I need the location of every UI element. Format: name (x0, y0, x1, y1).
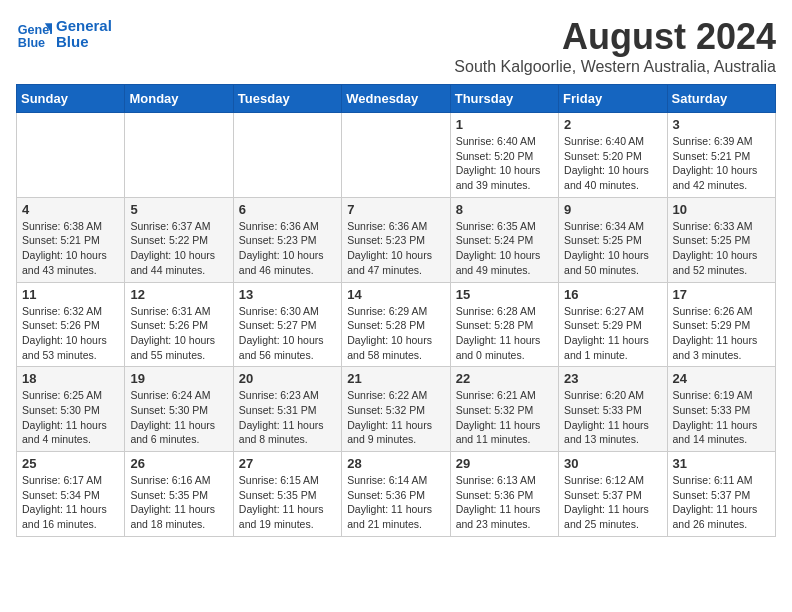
logo-text-line1: General (56, 18, 112, 35)
day-number: 7 (347, 202, 444, 217)
day-info: Sunrise: 6:12 AM Sunset: 5:37 PM Dayligh… (564, 473, 661, 532)
calendar-week-5: 25Sunrise: 6:17 AM Sunset: 5:34 PM Dayli… (17, 452, 776, 537)
calendar-week-2: 4Sunrise: 6:38 AM Sunset: 5:21 PM Daylig… (17, 197, 776, 282)
day-info: Sunrise: 6:20 AM Sunset: 5:33 PM Dayligh… (564, 388, 661, 447)
day-number: 5 (130, 202, 227, 217)
weekday-header-friday: Friday (559, 85, 667, 113)
day-info: Sunrise: 6:13 AM Sunset: 5:36 PM Dayligh… (456, 473, 553, 532)
calendar-cell (125, 113, 233, 198)
calendar-cell: 10Sunrise: 6:33 AM Sunset: 5:25 PM Dayli… (667, 197, 775, 282)
day-number: 6 (239, 202, 336, 217)
day-number: 15 (456, 287, 553, 302)
day-number: 17 (673, 287, 770, 302)
weekday-header-sunday: Sunday (17, 85, 125, 113)
day-number: 27 (239, 456, 336, 471)
calendar-cell: 17Sunrise: 6:26 AM Sunset: 5:29 PM Dayli… (667, 282, 775, 367)
calendar-week-3: 11Sunrise: 6:32 AM Sunset: 5:26 PM Dayli… (17, 282, 776, 367)
calendar-cell: 5Sunrise: 6:37 AM Sunset: 5:22 PM Daylig… (125, 197, 233, 282)
day-info: Sunrise: 6:34 AM Sunset: 5:25 PM Dayligh… (564, 219, 661, 278)
day-info: Sunrise: 6:22 AM Sunset: 5:32 PM Dayligh… (347, 388, 444, 447)
day-info: Sunrise: 6:17 AM Sunset: 5:34 PM Dayligh… (22, 473, 119, 532)
day-info: Sunrise: 6:26 AM Sunset: 5:29 PM Dayligh… (673, 304, 770, 363)
day-number: 10 (673, 202, 770, 217)
weekday-header-tuesday: Tuesday (233, 85, 341, 113)
day-number: 2 (564, 117, 661, 132)
day-number: 26 (130, 456, 227, 471)
calendar-cell: 24Sunrise: 6:19 AM Sunset: 5:33 PM Dayli… (667, 367, 775, 452)
calendar-table: SundayMondayTuesdayWednesdayThursdayFrid… (16, 84, 776, 537)
weekday-header-saturday: Saturday (667, 85, 775, 113)
day-number: 29 (456, 456, 553, 471)
day-number: 14 (347, 287, 444, 302)
day-info: Sunrise: 6:15 AM Sunset: 5:35 PM Dayligh… (239, 473, 336, 532)
calendar-cell: 4Sunrise: 6:38 AM Sunset: 5:21 PM Daylig… (17, 197, 125, 282)
calendar-cell: 27Sunrise: 6:15 AM Sunset: 5:35 PM Dayli… (233, 452, 341, 537)
calendar-cell: 8Sunrise: 6:35 AM Sunset: 5:24 PM Daylig… (450, 197, 558, 282)
day-info: Sunrise: 6:27 AM Sunset: 5:29 PM Dayligh… (564, 304, 661, 363)
calendar-cell: 14Sunrise: 6:29 AM Sunset: 5:28 PM Dayli… (342, 282, 450, 367)
day-number: 20 (239, 371, 336, 386)
day-info: Sunrise: 6:35 AM Sunset: 5:24 PM Dayligh… (456, 219, 553, 278)
day-info: Sunrise: 6:31 AM Sunset: 5:26 PM Dayligh… (130, 304, 227, 363)
weekday-header-monday: Monday (125, 85, 233, 113)
day-info: Sunrise: 6:38 AM Sunset: 5:21 PM Dayligh… (22, 219, 119, 278)
day-info: Sunrise: 6:25 AM Sunset: 5:30 PM Dayligh… (22, 388, 119, 447)
calendar-cell: 1Sunrise: 6:40 AM Sunset: 5:20 PM Daylig… (450, 113, 558, 198)
day-info: Sunrise: 6:14 AM Sunset: 5:36 PM Dayligh… (347, 473, 444, 532)
day-number: 9 (564, 202, 661, 217)
calendar-cell: 23Sunrise: 6:20 AM Sunset: 5:33 PM Dayli… (559, 367, 667, 452)
main-title: August 2024 (454, 16, 776, 58)
day-info: Sunrise: 6:36 AM Sunset: 5:23 PM Dayligh… (347, 219, 444, 278)
calendar-cell: 3Sunrise: 6:39 AM Sunset: 5:21 PM Daylig… (667, 113, 775, 198)
day-info: Sunrise: 6:19 AM Sunset: 5:33 PM Dayligh… (673, 388, 770, 447)
page-header: General Blue General Blue August 2024 So… (16, 16, 776, 76)
day-info: Sunrise: 6:30 AM Sunset: 5:27 PM Dayligh… (239, 304, 336, 363)
calendar-cell: 25Sunrise: 6:17 AM Sunset: 5:34 PM Dayli… (17, 452, 125, 537)
calendar-cell: 12Sunrise: 6:31 AM Sunset: 5:26 PM Dayli… (125, 282, 233, 367)
day-info: Sunrise: 6:11 AM Sunset: 5:37 PM Dayligh… (673, 473, 770, 532)
day-number: 24 (673, 371, 770, 386)
day-number: 31 (673, 456, 770, 471)
calendar-cell: 15Sunrise: 6:28 AM Sunset: 5:28 PM Dayli… (450, 282, 558, 367)
svg-text:Blue: Blue (18, 36, 45, 50)
calendar-cell: 19Sunrise: 6:24 AM Sunset: 5:30 PM Dayli… (125, 367, 233, 452)
day-number: 8 (456, 202, 553, 217)
day-number: 4 (22, 202, 119, 217)
calendar-header: SundayMondayTuesdayWednesdayThursdayFrid… (17, 85, 776, 113)
calendar-cell: 29Sunrise: 6:13 AM Sunset: 5:36 PM Dayli… (450, 452, 558, 537)
day-number: 18 (22, 371, 119, 386)
day-number: 19 (130, 371, 227, 386)
calendar-cell: 28Sunrise: 6:14 AM Sunset: 5:36 PM Dayli… (342, 452, 450, 537)
day-info: Sunrise: 6:40 AM Sunset: 5:20 PM Dayligh… (564, 134, 661, 193)
day-info: Sunrise: 6:39 AM Sunset: 5:21 PM Dayligh… (673, 134, 770, 193)
calendar-body: 1Sunrise: 6:40 AM Sunset: 5:20 PM Daylig… (17, 113, 776, 537)
subtitle: South Kalgoorlie, Western Australia, Aus… (454, 58, 776, 76)
day-info: Sunrise: 6:21 AM Sunset: 5:32 PM Dayligh… (456, 388, 553, 447)
weekday-header-thursday: Thursday (450, 85, 558, 113)
logo-icon: General Blue (16, 16, 52, 52)
day-number: 22 (456, 371, 553, 386)
day-number: 13 (239, 287, 336, 302)
calendar-cell: 13Sunrise: 6:30 AM Sunset: 5:27 PM Dayli… (233, 282, 341, 367)
calendar-cell: 26Sunrise: 6:16 AM Sunset: 5:35 PM Dayli… (125, 452, 233, 537)
day-info: Sunrise: 6:37 AM Sunset: 5:22 PM Dayligh… (130, 219, 227, 278)
calendar-cell: 11Sunrise: 6:32 AM Sunset: 5:26 PM Dayli… (17, 282, 125, 367)
day-number: 28 (347, 456, 444, 471)
day-info: Sunrise: 6:16 AM Sunset: 5:35 PM Dayligh… (130, 473, 227, 532)
calendar-cell: 22Sunrise: 6:21 AM Sunset: 5:32 PM Dayli… (450, 367, 558, 452)
weekday-header-row: SundayMondayTuesdayWednesdayThursdayFrid… (17, 85, 776, 113)
calendar-cell: 2Sunrise: 6:40 AM Sunset: 5:20 PM Daylig… (559, 113, 667, 198)
calendar-cell: 21Sunrise: 6:22 AM Sunset: 5:32 PM Dayli… (342, 367, 450, 452)
day-info: Sunrise: 6:40 AM Sunset: 5:20 PM Dayligh… (456, 134, 553, 193)
title-block: August 2024 South Kalgoorlie, Western Au… (454, 16, 776, 76)
calendar-week-1: 1Sunrise: 6:40 AM Sunset: 5:20 PM Daylig… (17, 113, 776, 198)
logo-text-line2: Blue (56, 34, 112, 51)
day-number: 16 (564, 287, 661, 302)
weekday-header-wednesday: Wednesday (342, 85, 450, 113)
calendar-cell: 20Sunrise: 6:23 AM Sunset: 5:31 PM Dayli… (233, 367, 341, 452)
calendar-cell: 9Sunrise: 6:34 AM Sunset: 5:25 PM Daylig… (559, 197, 667, 282)
calendar-cell (233, 113, 341, 198)
calendar-cell: 16Sunrise: 6:27 AM Sunset: 5:29 PM Dayli… (559, 282, 667, 367)
day-info: Sunrise: 6:29 AM Sunset: 5:28 PM Dayligh… (347, 304, 444, 363)
logo: General Blue General Blue (16, 16, 112, 52)
